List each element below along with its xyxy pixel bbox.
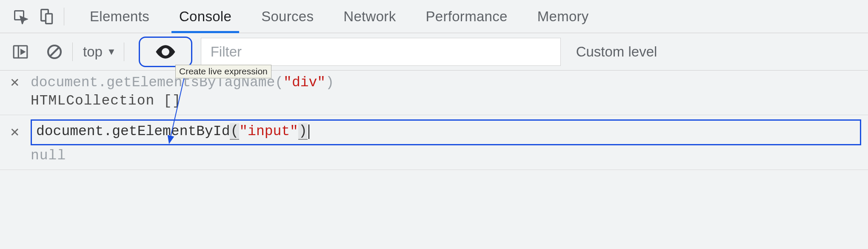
create-live-expression-button[interactable]	[139, 37, 192, 67]
tab-network[interactable]: Network	[341, 0, 398, 33]
close-icon[interactable]: ✕	[9, 125, 20, 139]
svg-rect-2	[46, 14, 52, 23]
panel-tabs: Elements Console Sources Network Perform…	[74, 0, 591, 33]
devtools-tabbar: Elements Console Sources Network Perform…	[0, 0, 868, 33]
tab-elements[interactable]: Elements	[87, 0, 152, 33]
console-filter-input[interactable]: Filter	[201, 38, 561, 66]
code-string: "div"	[283, 75, 326, 91]
tab-memory[interactable]: Memory	[535, 0, 591, 33]
eye-icon	[154, 40, 177, 63]
separator	[124, 42, 124, 61]
tab-performance[interactable]: Performance	[423, 0, 510, 33]
inspect-element-icon[interactable]	[9, 6, 32, 27]
live-expression-row: ✕ document.getElementsByTagName("div") H…	[0, 71, 868, 115]
code-string: "input"	[239, 124, 298, 139]
clear-console-icon[interactable]	[44, 42, 65, 62]
context-label: top	[83, 44, 103, 60]
live-expressions-area: ✕ document.getElementsByTagName("div") H…	[0, 71, 868, 170]
tooltip: Create live expression	[175, 65, 271, 78]
text-caret	[308, 124, 309, 139]
live-expression-result: HTMLCollection []	[9, 93, 861, 109]
separator	[72, 42, 73, 61]
code-paren: )	[298, 123, 308, 140]
live-expression-row: ✕ document.getElementById("input") null	[0, 115, 868, 170]
svg-marker-5	[21, 50, 25, 54]
log-levels-selector[interactable]: Custom level	[576, 44, 657, 60]
code-text: document.getElementById	[36, 124, 230, 139]
svg-line-7	[50, 48, 59, 56]
chevron-down-icon: ▼	[107, 46, 116, 57]
live-expression-result: null	[9, 148, 861, 164]
code-text: )	[326, 75, 334, 91]
close-icon[interactable]: ✕	[9, 76, 20, 90]
console-sidebar-toggle-icon[interactable]	[10, 42, 31, 62]
tab-console[interactable]: Console	[177, 0, 234, 33]
filter-placeholder: Filter	[211, 44, 242, 60]
execution-context-selector[interactable]: top ▼	[80, 44, 119, 60]
live-expression-editor[interactable]: document.getElementById("input")	[31, 119, 861, 145]
tab-sources[interactable]: Sources	[259, 0, 316, 33]
console-toolbar: top ▼ Filter Custom level Create live ex…	[0, 33, 868, 71]
code-paren: (	[230, 123, 239, 140]
device-toolbar-icon[interactable]	[35, 6, 59, 27]
separator	[64, 8, 64, 25]
